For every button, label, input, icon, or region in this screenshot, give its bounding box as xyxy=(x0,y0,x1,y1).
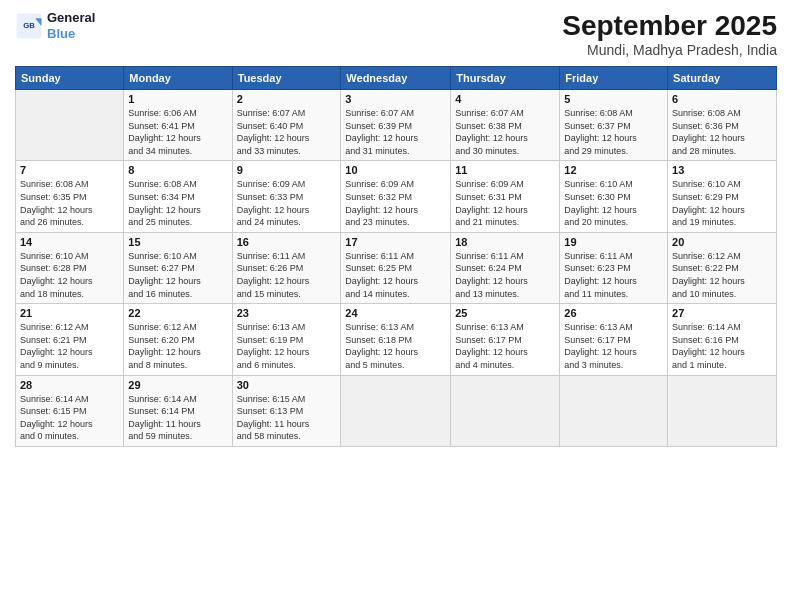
page-header: GB General Blue September 2025 Mundi, Ma… xyxy=(15,10,777,58)
day-info: Sunrise: 6:10 AM Sunset: 6:30 PM Dayligh… xyxy=(564,178,663,228)
day-info: Sunrise: 6:11 AM Sunset: 6:26 PM Dayligh… xyxy=(237,250,337,300)
calendar-cell: 25Sunrise: 6:13 AM Sunset: 6:17 PM Dayli… xyxy=(451,304,560,375)
day-number: 6 xyxy=(672,93,772,105)
logo-icon: GB xyxy=(15,12,43,40)
day-number: 21 xyxy=(20,307,119,319)
calendar-cell: 9Sunrise: 6:09 AM Sunset: 6:33 PM Daylig… xyxy=(232,161,341,232)
day-info: Sunrise: 6:12 AM Sunset: 6:21 PM Dayligh… xyxy=(20,321,119,371)
calendar-cell: 26Sunrise: 6:13 AM Sunset: 6:17 PM Dayli… xyxy=(560,304,668,375)
day-info: Sunrise: 6:11 AM Sunset: 6:24 PM Dayligh… xyxy=(455,250,555,300)
day-info: Sunrise: 6:09 AM Sunset: 6:31 PM Dayligh… xyxy=(455,178,555,228)
title-block: September 2025 Mundi, Madhya Pradesh, In… xyxy=(562,10,777,58)
day-number: 10 xyxy=(345,164,446,176)
calendar-cell: 18Sunrise: 6:11 AM Sunset: 6:24 PM Dayli… xyxy=(451,232,560,303)
calendar-cell: 4Sunrise: 6:07 AM Sunset: 6:38 PM Daylig… xyxy=(451,90,560,161)
calendar-cell: 27Sunrise: 6:14 AM Sunset: 6:16 PM Dayli… xyxy=(668,304,777,375)
calendar-cell: 19Sunrise: 6:11 AM Sunset: 6:23 PM Dayli… xyxy=(560,232,668,303)
day-header-thursday: Thursday xyxy=(451,67,560,90)
day-number: 28 xyxy=(20,379,119,391)
day-info: Sunrise: 6:08 AM Sunset: 6:35 PM Dayligh… xyxy=(20,178,119,228)
calendar-table: SundayMondayTuesdayWednesdayThursdayFrid… xyxy=(15,66,777,447)
week-row-3: 14Sunrise: 6:10 AM Sunset: 6:28 PM Dayli… xyxy=(16,232,777,303)
calendar-cell: 12Sunrise: 6:10 AM Sunset: 6:30 PM Dayli… xyxy=(560,161,668,232)
day-header-friday: Friday xyxy=(560,67,668,90)
week-row-5: 28Sunrise: 6:14 AM Sunset: 6:15 PM Dayli… xyxy=(16,375,777,446)
day-number: 24 xyxy=(345,307,446,319)
day-number: 11 xyxy=(455,164,555,176)
calendar-cell: 1Sunrise: 6:06 AM Sunset: 6:41 PM Daylig… xyxy=(124,90,232,161)
day-number: 29 xyxy=(128,379,227,391)
calendar-cell: 30Sunrise: 6:15 AM Sunset: 6:13 PM Dayli… xyxy=(232,375,341,446)
day-number: 20 xyxy=(672,236,772,248)
day-number: 25 xyxy=(455,307,555,319)
day-info: Sunrise: 6:10 AM Sunset: 6:29 PM Dayligh… xyxy=(672,178,772,228)
logo: GB General Blue xyxy=(15,10,95,41)
day-header-sunday: Sunday xyxy=(16,67,124,90)
calendar-cell: 14Sunrise: 6:10 AM Sunset: 6:28 PM Dayli… xyxy=(16,232,124,303)
calendar-cell: 21Sunrise: 6:12 AM Sunset: 6:21 PM Dayli… xyxy=(16,304,124,375)
calendar-cell: 17Sunrise: 6:11 AM Sunset: 6:25 PM Dayli… xyxy=(341,232,451,303)
subtitle: Mundi, Madhya Pradesh, India xyxy=(562,42,777,58)
week-row-2: 7Sunrise: 6:08 AM Sunset: 6:35 PM Daylig… xyxy=(16,161,777,232)
day-header-monday: Monday xyxy=(124,67,232,90)
calendar-cell: 15Sunrise: 6:10 AM Sunset: 6:27 PM Dayli… xyxy=(124,232,232,303)
day-info: Sunrise: 6:13 AM Sunset: 6:18 PM Dayligh… xyxy=(345,321,446,371)
calendar-cell xyxy=(451,375,560,446)
day-number: 19 xyxy=(564,236,663,248)
calendar-cell: 20Sunrise: 6:12 AM Sunset: 6:22 PM Dayli… xyxy=(668,232,777,303)
day-number: 7 xyxy=(20,164,119,176)
day-number: 8 xyxy=(128,164,227,176)
day-info: Sunrise: 6:12 AM Sunset: 6:20 PM Dayligh… xyxy=(128,321,227,371)
day-number: 30 xyxy=(237,379,337,391)
calendar-cell: 11Sunrise: 6:09 AM Sunset: 6:31 PM Dayli… xyxy=(451,161,560,232)
day-number: 14 xyxy=(20,236,119,248)
calendar-cell: 24Sunrise: 6:13 AM Sunset: 6:18 PM Dayli… xyxy=(341,304,451,375)
calendar-cell xyxy=(560,375,668,446)
day-info: Sunrise: 6:13 AM Sunset: 6:19 PM Dayligh… xyxy=(237,321,337,371)
day-info: Sunrise: 6:13 AM Sunset: 6:17 PM Dayligh… xyxy=(564,321,663,371)
logo-text: General Blue xyxy=(47,10,95,41)
calendar-cell xyxy=(668,375,777,446)
day-info: Sunrise: 6:07 AM Sunset: 6:38 PM Dayligh… xyxy=(455,107,555,157)
day-header-tuesday: Tuesday xyxy=(232,67,341,90)
day-number: 3 xyxy=(345,93,446,105)
day-info: Sunrise: 6:11 AM Sunset: 6:25 PM Dayligh… xyxy=(345,250,446,300)
calendar-cell: 10Sunrise: 6:09 AM Sunset: 6:32 PM Dayli… xyxy=(341,161,451,232)
day-info: Sunrise: 6:09 AM Sunset: 6:32 PM Dayligh… xyxy=(345,178,446,228)
day-number: 13 xyxy=(672,164,772,176)
day-info: Sunrise: 6:15 AM Sunset: 6:13 PM Dayligh… xyxy=(237,393,337,443)
day-info: Sunrise: 6:13 AM Sunset: 6:17 PM Dayligh… xyxy=(455,321,555,371)
day-info: Sunrise: 6:08 AM Sunset: 6:34 PM Dayligh… xyxy=(128,178,227,228)
day-info: Sunrise: 6:08 AM Sunset: 6:37 PM Dayligh… xyxy=(564,107,663,157)
day-number: 22 xyxy=(128,307,227,319)
day-number: 23 xyxy=(237,307,337,319)
calendar-cell: 3Sunrise: 6:07 AM Sunset: 6:39 PM Daylig… xyxy=(341,90,451,161)
calendar-cell: 5Sunrise: 6:08 AM Sunset: 6:37 PM Daylig… xyxy=(560,90,668,161)
calendar-cell: 22Sunrise: 6:12 AM Sunset: 6:20 PM Dayli… xyxy=(124,304,232,375)
day-number: 17 xyxy=(345,236,446,248)
day-number: 15 xyxy=(128,236,227,248)
svg-text:GB: GB xyxy=(23,20,35,29)
day-number: 9 xyxy=(237,164,337,176)
day-number: 12 xyxy=(564,164,663,176)
day-header-saturday: Saturday xyxy=(668,67,777,90)
calendar-cell: 7Sunrise: 6:08 AM Sunset: 6:35 PM Daylig… xyxy=(16,161,124,232)
week-row-4: 21Sunrise: 6:12 AM Sunset: 6:21 PM Dayli… xyxy=(16,304,777,375)
day-info: Sunrise: 6:06 AM Sunset: 6:41 PM Dayligh… xyxy=(128,107,227,157)
day-info: Sunrise: 6:14 AM Sunset: 6:16 PM Dayligh… xyxy=(672,321,772,371)
day-info: Sunrise: 6:10 AM Sunset: 6:27 PM Dayligh… xyxy=(128,250,227,300)
day-info: Sunrise: 6:11 AM Sunset: 6:23 PM Dayligh… xyxy=(564,250,663,300)
page-container: GB General Blue September 2025 Mundi, Ma… xyxy=(0,0,792,612)
calendar-cell: 13Sunrise: 6:10 AM Sunset: 6:29 PM Dayli… xyxy=(668,161,777,232)
calendar-cell xyxy=(16,90,124,161)
day-info: Sunrise: 6:14 AM Sunset: 6:15 PM Dayligh… xyxy=(20,393,119,443)
day-number: 2 xyxy=(237,93,337,105)
calendar-cell: 23Sunrise: 6:13 AM Sunset: 6:19 PM Dayli… xyxy=(232,304,341,375)
week-row-1: 1Sunrise: 6:06 AM Sunset: 6:41 PM Daylig… xyxy=(16,90,777,161)
day-info: Sunrise: 6:14 AM Sunset: 6:14 PM Dayligh… xyxy=(128,393,227,443)
day-number: 1 xyxy=(128,93,227,105)
day-info: Sunrise: 6:07 AM Sunset: 6:40 PM Dayligh… xyxy=(237,107,337,157)
day-number: 26 xyxy=(564,307,663,319)
calendar-cell: 29Sunrise: 6:14 AM Sunset: 6:14 PM Dayli… xyxy=(124,375,232,446)
month-title: September 2025 xyxy=(562,10,777,42)
